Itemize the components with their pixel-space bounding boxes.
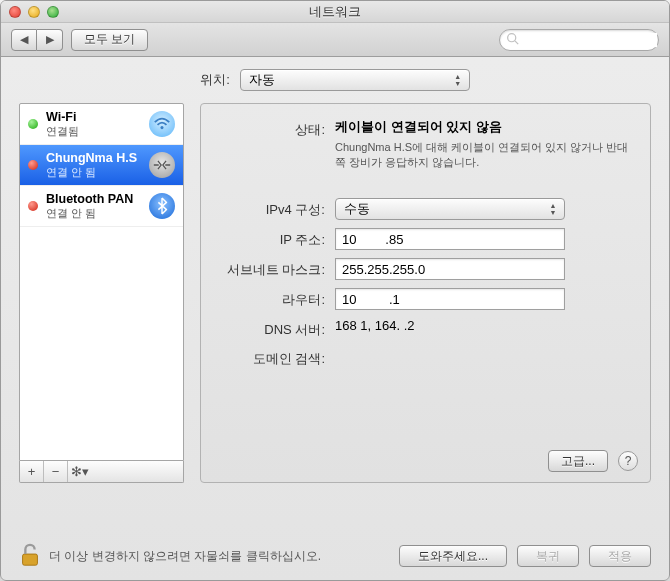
- ipv4-config-row: IPv4 구성: 수동 ▲▼: [217, 198, 634, 220]
- apply-button[interactable]: 적용: [589, 545, 651, 567]
- status-label: 상태:: [217, 118, 335, 139]
- svg-point-2: [160, 126, 163, 129]
- router-input[interactable]: [335, 288, 565, 310]
- ipv4-config-value: 수동: [344, 200, 370, 218]
- revert-button[interactable]: 복귀: [517, 545, 579, 567]
- show-all-button[interactable]: 모두 보기: [71, 29, 148, 51]
- dns-value: 168 1, 164. .2: [335, 318, 634, 333]
- ipv4-config-label: IPv4 구성:: [217, 198, 335, 219]
- svg-point-0: [508, 33, 516, 41]
- location-row: 위치: 자동 ▲▼: [19, 69, 651, 91]
- search-input[interactable]: [523, 33, 657, 47]
- ethernet-icon: [149, 152, 175, 178]
- toolbar: ◀ ▶ 모두 보기: [1, 23, 669, 57]
- popup-arrows-icon: ▲▼: [546, 201, 560, 217]
- subnet-row: 서브네트 마스크:: [217, 258, 634, 280]
- ip-address-input[interactable]: [335, 228, 565, 250]
- status-value: 케이블이 연결되어 있지 않음 ChungNma H.S에 대해 케이블이 연결…: [335, 118, 634, 170]
- search-icon: [506, 31, 519, 49]
- service-name: Bluetooth PAN: [46, 192, 141, 206]
- status-dot-icon: [28, 160, 38, 170]
- status-description: ChungNma H.S에 대해 케이블이 연결되어 있지 않거나 반대쪽 장비…: [335, 140, 634, 170]
- dns-row: DNS 서버: 168 1, 164. .2: [217, 318, 634, 339]
- service-name: ChungNma H.S: [46, 151, 141, 165]
- ipv4-config-popup[interactable]: 수동 ▲▼: [335, 198, 565, 220]
- back-button[interactable]: ◀: [11, 29, 37, 51]
- window-title: 네트워크: [1, 3, 669, 21]
- sidebar: Wi-Fi 연결됨 ChungNma H.S 연결 안 됨: [19, 103, 184, 483]
- service-status: 연결 안 됨: [46, 165, 141, 179]
- remove-service-button[interactable]: −: [44, 461, 68, 482]
- service-actions-button[interactable]: ✻▾: [68, 461, 92, 482]
- lock-text: 더 이상 변경하지 않으려면 자물쇠를 클릭하십시오.: [49, 548, 321, 565]
- router-row: 라우터:: [217, 288, 634, 310]
- add-service-button[interactable]: +: [20, 461, 44, 482]
- sidebar-toolbar: + − ✻▾: [19, 461, 184, 483]
- lock-area[interactable]: 더 이상 변경하지 않으려면 자물쇠를 클릭하십시오.: [19, 542, 389, 571]
- status-row: 상태: 케이블이 연결되어 있지 않음 ChungNma H.S에 대해 케이블…: [217, 118, 634, 170]
- service-item-wifi[interactable]: Wi-Fi 연결됨: [20, 104, 183, 145]
- search-field[interactable]: [499, 29, 659, 51]
- network-preferences-window: 네트워크 ◀ ▶ 모두 보기 위치: 자동 ▲▼: [0, 0, 670, 581]
- location-popup[interactable]: 자동 ▲▼: [240, 69, 470, 91]
- location-label: 위치:: [200, 71, 230, 89]
- subnet-label: 서브네트 마스크:: [217, 258, 335, 279]
- svg-line-1: [515, 40, 518, 43]
- svg-rect-3: [23, 554, 38, 565]
- titlebar: 네트워크: [1, 1, 669, 23]
- advanced-row: 고급... ?: [548, 450, 638, 472]
- dns-label: DNS 서버:: [217, 318, 335, 339]
- nav-buttons: ◀ ▶: [11, 29, 63, 51]
- service-item-ethernet[interactable]: ChungNma H.S 연결 안 됨: [20, 145, 183, 186]
- router-label: 라우터:: [217, 288, 335, 309]
- advanced-button[interactable]: 고급...: [548, 450, 608, 472]
- subnet-input[interactable]: [335, 258, 565, 280]
- service-text: ChungNma H.S 연결 안 됨: [46, 151, 141, 179]
- status-title: 케이블이 연결되어 있지 않음: [335, 118, 634, 136]
- footer: 더 이상 변경하지 않으려면 자물쇠를 클릭하십시오. 도와주세요... 복귀 …: [1, 532, 669, 580]
- service-status: 연결 안 됨: [46, 206, 141, 220]
- search-domains-row: 도메인 검색:: [217, 347, 634, 368]
- service-text: Bluetooth PAN 연결 안 됨: [46, 192, 141, 220]
- status-dot-icon: [28, 119, 38, 129]
- service-name: Wi-Fi: [46, 110, 141, 124]
- help-button[interactable]: ?: [618, 451, 638, 471]
- detail-panel: 상태: 케이블이 연결되어 있지 않음 ChungNma H.S에 대해 케이블…: [200, 103, 651, 483]
- main-row: Wi-Fi 연결됨 ChungNma H.S 연결 안 됨: [19, 103, 651, 483]
- ip-address-label: IP 주소:: [217, 228, 335, 249]
- content-area: 위치: 자동 ▲▼ Wi-Fi 연결됨: [1, 57, 669, 483]
- ip-address-row: IP 주소:: [217, 228, 634, 250]
- status-dot-icon: [28, 201, 38, 211]
- wifi-icon: [149, 111, 175, 137]
- service-item-bluetooth[interactable]: Bluetooth PAN 연결 안 됨: [20, 186, 183, 227]
- service-list: Wi-Fi 연결됨 ChungNma H.S 연결 안 됨: [19, 103, 184, 461]
- assist-button[interactable]: 도와주세요...: [399, 545, 507, 567]
- forward-button[interactable]: ▶: [37, 29, 63, 51]
- service-text: Wi-Fi 연결됨: [46, 110, 141, 138]
- search-domains-label: 도메인 검색:: [217, 347, 335, 368]
- service-status: 연결됨: [46, 124, 141, 138]
- lock-open-icon: [19, 542, 41, 571]
- location-value: 자동: [249, 71, 275, 89]
- popup-arrows-icon: ▲▼: [451, 72, 465, 88]
- bluetooth-icon: [149, 193, 175, 219]
